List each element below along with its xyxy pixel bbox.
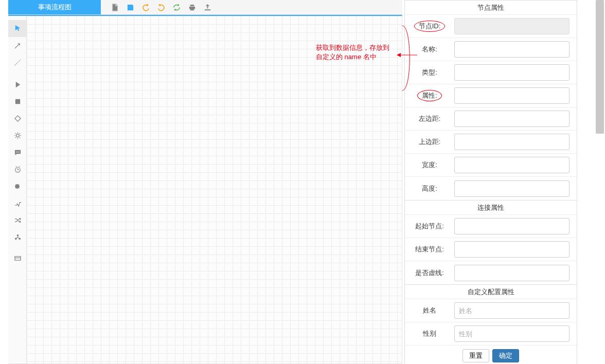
label-top: 上边距: [405, 137, 454, 147]
input-attr[interactable] [454, 87, 570, 104]
svg-point-4 [19, 152, 20, 153]
label-width: 宽度: [405, 160, 454, 170]
branch-tool-icon[interactable] [8, 195, 27, 212]
properties-panel: 节点属性节点ID:名称:类型:属性:左边距:上边距:宽度:高度:连接属性起始节点… [402, 0, 579, 364]
svg-point-6 [16, 234, 19, 236]
square-tool-icon[interactable] [8, 93, 27, 110]
title-tab: 事项流程图 [8, 0, 101, 14]
input-nodeId[interactable] [454, 18, 570, 34]
label-height: 高度: [405, 184, 454, 193]
print-icon[interactable] [184, 0, 200, 15]
random-tool-icon[interactable] [8, 212, 27, 229]
diamond-tool-icon[interactable] [8, 110, 27, 127]
input-height[interactable] [454, 180, 570, 197]
conn-panel-title: 连接属性 [405, 201, 577, 215]
annotation-line1: 获取到数据信息，存放到 [316, 43, 389, 52]
annotation-line2: 自定义的 name 名中 [316, 52, 377, 62]
input-top[interactable] [454, 134, 570, 150]
refresh-icon[interactable] [169, 0, 184, 15]
input-type[interactable] [454, 64, 570, 81]
label-name: 名称: [405, 45, 454, 54]
input-xingming[interactable] [454, 302, 570, 319]
toolbar: 事项流程图 [8, 0, 402, 15]
title-text: 事项流程图 [38, 3, 72, 12]
clock-tool-icon[interactable] [8, 161, 27, 178]
puzzle-tool-icon[interactable] [8, 178, 27, 195]
label-startNode: 起始节点: [405, 222, 454, 231]
svg-point-2 [15, 152, 16, 153]
tool-palette [8, 16, 27, 363]
play-tool-icon[interactable] [8, 76, 27, 93]
svg-point-3 [17, 152, 18, 153]
label-xingming: 姓名 [405, 306, 454, 315]
input-startNode[interactable] [454, 218, 570, 234]
input-width[interactable] [454, 157, 570, 173]
reset-button[interactable]: 重置 [462, 349, 489, 362]
label-dashed: 是否虚线: [405, 268, 454, 278]
input-dashed[interactable] [454, 265, 570, 281]
save-icon[interactable] [122, 0, 138, 15]
custom-panel-title: 自定义配置属性 [405, 285, 577, 299]
input-left[interactable] [454, 111, 570, 127]
dashed-line-tool-icon[interactable] [8, 54, 27, 71]
export-icon[interactable] [200, 0, 215, 15]
svg-rect-9 [14, 257, 20, 261]
label-type: 类型: [405, 68, 454, 77]
label-left: 左边距: [405, 114, 454, 123]
panel-tool-icon[interactable] [8, 250, 27, 267]
svg-marker-11 [397, 53, 401, 57]
input-endNode[interactable] [454, 241, 570, 258]
input-xingbie[interactable] [454, 325, 570, 342]
gear-tool-icon[interactable] [8, 127, 27, 144]
cursor-tool-icon[interactable] [8, 20, 27, 37]
canvas-grid[interactable]: 获取到数据信息，存放到 自定义的 name 名中 [27, 16, 402, 363]
node-panel-title: 节点属性 [405, 1, 577, 15]
chat-tool-icon[interactable] [8, 144, 27, 161]
label-nodeId: 节点ID: [405, 21, 454, 32]
arrow-tool-icon[interactable] [8, 37, 27, 54]
redo-icon[interactable] [153, 0, 169, 15]
svg-point-1 [16, 134, 19, 137]
ok-button[interactable]: 确定 [492, 349, 519, 362]
new-icon[interactable] [107, 0, 122, 15]
label-xingbie: 性别 [405, 329, 454, 338]
svg-rect-0 [15, 99, 20, 104]
scrollbar-thumb[interactable] [596, 0, 604, 134]
input-name[interactable] [454, 41, 570, 58]
label-attr: 属性: [405, 90, 454, 101]
cluster-tool-icon[interactable] [8, 229, 27, 246]
label-endNode: 结束节点: [405, 245, 454, 254]
undo-icon[interactable] [138, 0, 153, 15]
